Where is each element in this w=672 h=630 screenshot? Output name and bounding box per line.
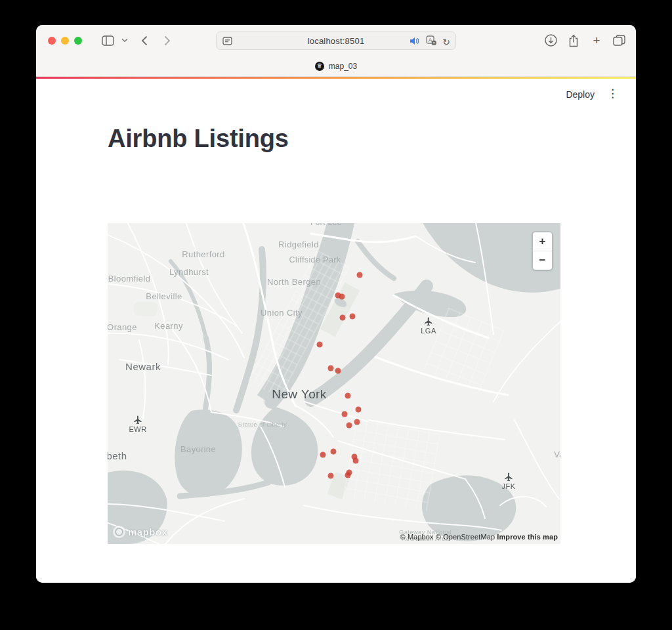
listing-marker xyxy=(354,419,360,425)
tab-overview-icon xyxy=(613,35,625,46)
svg-text:A: A xyxy=(429,37,432,43)
close-window-button[interactable] xyxy=(48,37,56,45)
minimize-window-button[interactable] xyxy=(61,37,69,45)
audio-button[interactable] xyxy=(410,36,420,48)
tab-group-chevron-button[interactable] xyxy=(119,25,130,56)
address-bar[interactable]: localhost:8501 A × xyxy=(216,32,456,50)
forward-icon xyxy=(164,35,171,46)
map-label-beth: beth xyxy=(108,450,127,461)
share-icon xyxy=(568,34,579,47)
airplane-icon xyxy=(423,316,433,326)
listing-marker xyxy=(350,314,356,320)
zoom-out-button[interactable]: − xyxy=(533,251,552,270)
listing-marker xyxy=(345,393,351,399)
zoom-window-button[interactable] xyxy=(74,37,82,45)
listing-marker xyxy=(328,473,334,479)
map-label-cliffside-park: Cliffside Park xyxy=(289,255,341,264)
airport-jfk: JFK xyxy=(501,472,515,490)
svg-text:×: × xyxy=(433,41,436,45)
page-title: Airbnb Listings xyxy=(108,125,289,153)
mapbox-logo[interactable]: mapbox xyxy=(112,525,168,539)
listing-marker xyxy=(342,411,348,417)
reload-button[interactable]: ↻ xyxy=(442,37,450,47)
airplane-icon xyxy=(133,415,142,425)
page-appearance-icon xyxy=(222,37,232,45)
airplane-icon xyxy=(504,472,514,482)
page-appearance-button[interactable] xyxy=(222,36,232,48)
share-button[interactable] xyxy=(566,25,581,56)
listing-marker xyxy=(331,449,337,455)
app-content: Deploy ⋮ Airbnb Listings xyxy=(36,79,636,583)
kebab-menu-icon[interactable]: ⋮ xyxy=(607,87,618,100)
attribution-mapbox-link[interactable]: © Mapbox xyxy=(400,533,434,541)
map-label-north-bergen: North Bergen xyxy=(267,277,321,287)
listing-marker xyxy=(328,366,334,371)
mapbox-logo-icon xyxy=(112,525,126,539)
tab-overview-button[interactable] xyxy=(611,25,627,56)
browser-toolbar: localhost:8501 A × xyxy=(36,25,636,56)
map-label-kearny: Kearny xyxy=(154,321,183,331)
map-label-bloomfield: Bloomfield xyxy=(108,274,151,284)
map-label-belleville: Belleville xyxy=(146,291,182,301)
listing-marker xyxy=(357,272,363,278)
map-label-ridgefield: Ridgefield xyxy=(278,240,319,249)
translate-button[interactable]: A × xyxy=(426,35,436,48)
map-label-orange: Orange xyxy=(108,322,137,332)
listing-marker xyxy=(317,342,323,348)
improve-map-link[interactable]: Improve this map xyxy=(497,533,558,541)
map-label-statue-of-liberty: Statue of Liberty xyxy=(238,421,287,428)
back-icon xyxy=(141,35,148,46)
listing-marker xyxy=(335,368,341,374)
map-label-bayonne: Bayonne xyxy=(180,444,216,454)
map-canvas[interactable]: Fort LeeRidgefieldCliffside ParkRutherfo… xyxy=(108,223,560,544)
airport-ewr: EWR xyxy=(129,415,146,433)
translate-icon: A × xyxy=(426,35,436,45)
listing-marker xyxy=(346,423,352,429)
attribution-osm-link[interactable]: © OpenStreetMap xyxy=(436,533,495,541)
favicon-crown-icon: ♛ xyxy=(315,62,324,71)
browser-window: localhost:8501 A × xyxy=(36,25,636,583)
map-label-va: Va xyxy=(554,450,560,459)
downloads-button[interactable] xyxy=(543,25,558,56)
sidebar-toggle-icon xyxy=(102,35,114,46)
deploy-button[interactable]: Deploy xyxy=(566,89,595,100)
chevron-down-icon xyxy=(121,38,128,43)
map-label-union-city: Union City xyxy=(261,308,303,318)
forward-button[interactable] xyxy=(161,25,173,56)
map-label-lyndhurst: Lyndhurst xyxy=(169,267,209,277)
map-zoom-control: + − xyxy=(533,232,552,270)
map-attribution: © Mapbox © OpenStreetMap Improve this ma… xyxy=(400,533,558,541)
zoom-in-button[interactable]: + xyxy=(533,232,552,251)
back-button[interactable] xyxy=(138,25,150,56)
new-tab-button[interactable]: + xyxy=(590,25,603,56)
listing-marker xyxy=(345,472,351,478)
airport-lga: LGA xyxy=(421,316,436,335)
listing-marker xyxy=(339,294,345,300)
tab-bar: ♛ map_03 xyxy=(36,56,636,77)
downloads-icon xyxy=(545,34,557,47)
map-label-new-york: New York xyxy=(272,387,326,402)
map-label-newark: Newark xyxy=(125,361,161,372)
listing-marker xyxy=(320,452,326,458)
map-label-fort-lee: Fort Lee xyxy=(310,223,342,227)
listing-marker xyxy=(340,315,346,321)
map-label-rutherford: Rutherford xyxy=(182,249,224,259)
tab-title[interactable]: map_03 xyxy=(329,62,357,71)
sidebar-toggle-button[interactable] xyxy=(99,25,116,56)
listing-marker xyxy=(353,458,359,464)
audio-icon xyxy=(410,37,420,45)
traffic-lights xyxy=(48,37,82,45)
listing-marker xyxy=(356,407,362,413)
